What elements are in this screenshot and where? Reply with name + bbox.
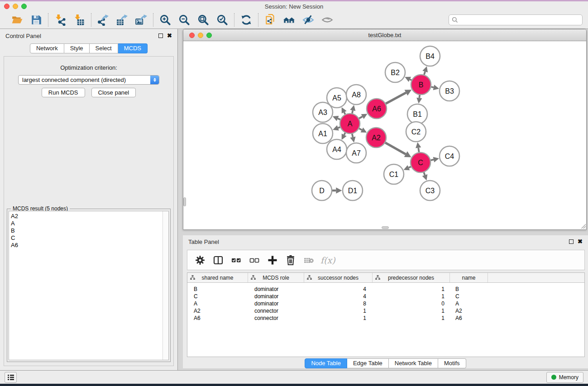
show-graphics-details-icon[interactable] — [320, 13, 335, 27]
tab-mcds[interactable]: MCDS — [118, 43, 148, 53]
toggle-columns-icon[interactable] — [210, 252, 226, 268]
graph-edge-A-A3[interactable] — [333, 116, 340, 121]
graph-edge-A-A7[interactable] — [350, 133, 355, 143]
mcds-result-item[interactable]: A2 — [11, 213, 168, 220]
graph-node-A6[interactable]: A6 — [367, 99, 387, 119]
export-table-icon[interactable] — [115, 13, 130, 27]
tab-select[interactable]: Select — [90, 43, 118, 53]
table-row[interactable]: Adominator80A — [187, 300, 584, 307]
close-window-button[interactable] — [4, 4, 10, 9]
graph-node-B4[interactable]: B4 — [420, 46, 440, 66]
delete-table-icon[interactable] — [301, 252, 317, 268]
graph-edge-A2-C[interactable] — [385, 143, 411, 157]
cell[interactable]: 0 — [373, 300, 450, 307]
open-file-icon[interactable] — [10, 13, 25, 27]
cell[interactable]: 4 — [304, 293, 373, 300]
column-header-predecessor-nodes[interactable]: predecessor nodes — [373, 273, 450, 282]
network-minimize-button[interactable] — [198, 33, 203, 38]
cell[interactable]: connector — [248, 315, 304, 322]
cell[interactable]: A — [187, 300, 248, 307]
graph-edge-A-A8[interactable] — [350, 105, 355, 114]
run-mcds-button[interactable]: Run MCDS — [42, 88, 85, 97]
close-panel-icon[interactable]: ✖ — [167, 33, 172, 38]
zoom-window-button[interactable] — [21, 4, 27, 9]
cell[interactable]: A2 — [450, 307, 488, 315]
network-zoom-button[interactable] — [206, 33, 212, 38]
import-network-icon[interactable] — [53, 13, 68, 27]
graph-edge-A-A6[interactable] — [359, 114, 367, 119]
cell[interactable]: 4 — [304, 286, 373, 293]
zoom-selected-icon[interactable] — [215, 13, 230, 27]
vertical-scrollbar-thumb[interactable] — [183, 197, 186, 206]
graph-edge-B-B2[interactable] — [405, 77, 411, 82]
zoom-in-icon[interactable] — [158, 13, 173, 27]
task-history-button[interactable] — [5, 372, 17, 383]
tab-style[interactable]: Style — [64, 43, 90, 53]
close-table-panel-icon[interactable]: ✖ — [578, 239, 583, 244]
graph-edge-A-A1[interactable] — [333, 125, 340, 131]
select-all-icon[interactable] — [228, 252, 244, 268]
cell[interactable]: 8 — [304, 300, 373, 307]
cell[interactable]: B — [187, 286, 248, 293]
mcds-result-item[interactable]: A — [11, 220, 168, 227]
graph-node-C[interactable]: C — [411, 152, 430, 172]
cell[interactable]: 1 — [373, 286, 450, 293]
graph-edge-A-A2[interactable] — [359, 128, 367, 133]
float-table-panel-icon[interactable] — [569, 239, 574, 244]
horizontal-scrollbar-thumb[interactable] — [382, 226, 389, 229]
cell[interactable]: C — [450, 293, 488, 300]
cell[interactable]: A — [450, 300, 488, 307]
optimization-criterion-select[interactable]: largest connected component (directed) — [18, 75, 159, 85]
table-row[interactable]: A6connector11A6 — [187, 315, 584, 322]
cell[interactable]: C — [187, 293, 248, 300]
save-session-icon[interactable] — [29, 13, 44, 27]
tab-network[interactable]: Network — [30, 43, 64, 53]
graph-edge-B-B1[interactable] — [416, 95, 422, 104]
column-header-MCDS-role[interactable]: MCDS role — [248, 273, 304, 282]
graph-node-B[interactable]: B — [411, 75, 431, 95]
graph-edge-C-C4[interactable] — [430, 157, 439, 162]
cell[interactable]: 1 — [304, 315, 373, 322]
import-table-icon[interactable] — [72, 13, 87, 27]
close-panel-button[interactable]: Close panel — [91, 88, 136, 97]
graph-node-A7[interactable]: A7 — [346, 143, 366, 163]
unselect-all-icon[interactable] — [246, 252, 263, 268]
cell[interactable]: A6 — [187, 315, 248, 322]
column-header-shared-name[interactable]: shared name — [187, 273, 248, 282]
graph-node-C1[interactable]: C1 — [384, 164, 404, 184]
cell[interactable]: connector — [248, 307, 304, 315]
cell[interactable]: dominator — [248, 300, 304, 307]
tab-motifs[interactable]: Motifs — [438, 358, 466, 368]
float-panel-icon[interactable] — [158, 33, 163, 38]
graph-node-A2[interactable]: A2 — [366, 128, 386, 148]
cell[interactable]: dominator — [248, 293, 304, 300]
graph-edge-C-C3[interactable] — [422, 172, 428, 181]
graph-node-A1[interactable]: A1 — [313, 124, 333, 143]
search-input[interactable] — [458, 17, 579, 23]
network-canvas[interactable]: AA1A2A3A4A5A6A7A8BB1B2B3B4CC1C2C3C4DD1 — [183, 41, 586, 229]
graph-edge-A-A4[interactable] — [342, 133, 347, 140]
cell[interactable]: 1 — [304, 307, 373, 315]
table-settings-gear-icon[interactable] — [192, 252, 208, 268]
graph-edge-C-C2[interactable] — [416, 142, 421, 152]
graph-node-A5[interactable]: A5 — [327, 88, 347, 108]
graph-edge-C-C1[interactable] — [404, 165, 411, 170]
column-header-name[interactable]: name — [450, 273, 488, 282]
network-close-button[interactable] — [189, 33, 195, 38]
delete-rows-icon[interactable] — [282, 252, 299, 268]
graph-node-A4[interactable]: A4 — [327, 139, 347, 159]
graph-edge-B-B3[interactable] — [431, 85, 439, 90]
minimize-window-button[interactable] — [13, 4, 18, 9]
mcds-result-item[interactable]: C — [11, 234, 168, 242]
cell[interactable]: 1 — [373, 307, 450, 315]
graph-edge-A6-B[interactable] — [386, 90, 411, 104]
window-resize-grip[interactable] — [580, 223, 586, 229]
search-field[interactable] — [449, 14, 583, 25]
graph-node-C3[interactable]: C3 — [420, 181, 440, 200]
tab-node-table[interactable]: Node Table — [305, 358, 347, 368]
cell[interactable]: A6 — [450, 315, 488, 322]
graph-node-D[interactable]: D — [312, 181, 332, 200]
graph-edge-D-D1[interactable] — [332, 187, 342, 193]
hide-graphics-details-icon[interactable] — [301, 13, 316, 27]
tab-network-table[interactable]: Network Table — [389, 358, 438, 368]
